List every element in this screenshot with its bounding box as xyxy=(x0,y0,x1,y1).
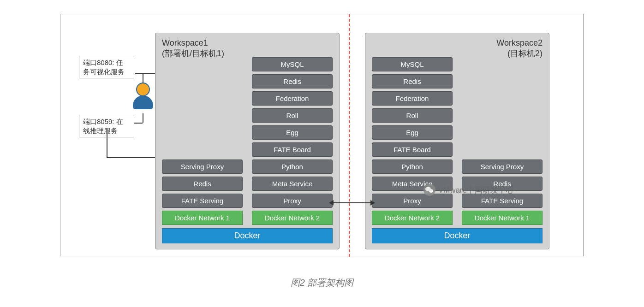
node-redis: Redis xyxy=(252,74,333,89)
node-roll: Roll xyxy=(252,108,333,123)
watermark-text: VMware中国研发中心 xyxy=(438,185,514,195)
node-fate-board: FATE Board xyxy=(372,142,453,157)
docker-bar: Docker xyxy=(372,228,543,243)
node-egg: Egg xyxy=(252,125,333,140)
node-fate-serving: FATE Serving xyxy=(162,194,243,208)
connector-line xyxy=(107,157,159,158)
node-serving-proxy: Serving Proxy xyxy=(462,159,543,174)
node-federation: Federation xyxy=(372,91,453,106)
watermark: VMware中国研发中心 xyxy=(423,184,514,196)
node-egg: Egg xyxy=(372,125,453,140)
ws2-left-stack: MySQL Redis Federation Roll Egg FATE Boa… xyxy=(372,57,453,225)
workspace-2: Workspace2 (目标机2) MySQL Redis Federation… xyxy=(365,33,549,249)
node-redis: Redis xyxy=(162,177,243,191)
ws1-right-stack: MySQL Redis Federation Roll Egg FATE Boa… xyxy=(252,57,333,225)
workspace-1-title: Workspace1 (部署机/目标机1) xyxy=(162,38,224,59)
workspace-1: Workspace1 (部署机/目标机1) Serving Proxy Redi… xyxy=(155,33,340,249)
docker-network-1: Docker Network 1 xyxy=(162,211,243,225)
arrow-left-icon xyxy=(329,200,334,206)
docker-network-2: Docker Network 2 xyxy=(252,211,333,225)
docker-network-1: Docker Network 1 xyxy=(462,211,543,225)
node-meta-service: Meta Service xyxy=(252,177,333,191)
connector-line xyxy=(143,113,143,123)
user-icon xyxy=(132,83,154,115)
connector-line xyxy=(143,74,143,83)
node-python: Python xyxy=(252,159,333,174)
center-divider xyxy=(349,14,350,257)
workspace-2-title: Workspace2 (目标机2) xyxy=(496,38,543,59)
docker-bar: Docker xyxy=(162,228,333,243)
node-serving-proxy: Serving Proxy xyxy=(162,159,243,174)
node-proxy: Proxy xyxy=(252,194,333,208)
figure-caption: 图2 部署架构图 xyxy=(0,277,644,289)
node-fate-board: FATE Board xyxy=(252,142,333,157)
diagram-frame: 端口8080: 任 务可视化服务 端口8059: 在 线推理服务 Workspa… xyxy=(60,14,584,256)
connector-line xyxy=(107,134,107,157)
node-redis: Redis xyxy=(372,74,453,89)
node-mysql: MySQL xyxy=(372,57,453,71)
arrow-right-icon xyxy=(370,200,375,206)
proxy-connection-line xyxy=(333,202,372,203)
wechat-icon xyxy=(423,184,435,196)
connector-line xyxy=(134,123,143,124)
docker-network-2: Docker Network 2 xyxy=(372,211,453,225)
node-roll: Roll xyxy=(372,108,453,123)
node-python: Python xyxy=(372,159,453,174)
annotation-port-8080: 端口8080: 任 务可视化服务 xyxy=(79,56,134,78)
node-federation: Federation xyxy=(252,91,333,106)
node-mysql: MySQL xyxy=(252,57,333,71)
ws1-left-stack: Serving Proxy Redis FATE Serving Docker … xyxy=(162,159,243,225)
